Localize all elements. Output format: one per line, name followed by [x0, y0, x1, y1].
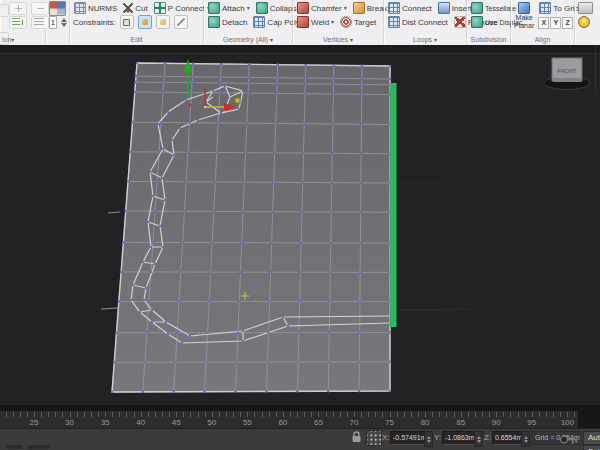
constraint-edge-button[interactable]: [138, 15, 152, 29]
frame-tick: [397, 412, 398, 417]
timeline-ruler[interactable]: 253035404550556065707580859095100: [0, 411, 578, 429]
absolute-mode-toggle[interactable]: [366, 430, 382, 446]
set-key-button[interactable]: Set Key: [583, 445, 600, 450]
frame-tick: [532, 412, 533, 417]
panel-label-vertices[interactable]: Vertices: [293, 36, 383, 43]
time-slider-area: 253035404550556065707580859095100: [0, 405, 600, 428]
target-weld-button[interactable]: Target: [339, 16, 377, 28]
spinner-arrows[interactable]: [61, 18, 67, 27]
selected-edge-highlight[interactable]: [390, 83, 397, 327]
cut-button[interactable]: Cut: [122, 3, 148, 13]
frame-tick: [475, 412, 476, 417]
z-spinner[interactable]: [521, 431, 530, 447]
attach-button[interactable]: Attach: [207, 2, 251, 14]
dropdown-caret: [331, 19, 334, 25]
frame-tick: [368, 412, 369, 417]
constraint-none-icon: [123, 19, 130, 26]
connect-button[interactable]: Connect: [387, 2, 433, 14]
to-grid-button[interactable]: To Grid: [538, 2, 580, 14]
y-spinner[interactable]: [474, 431, 483, 447]
panel-label-loops[interactable]: Loops: [384, 36, 466, 43]
panel-label-selection[interactable]: ion: [0, 36, 45, 43]
selection-lock-icon[interactable]: [351, 430, 362, 444]
p-connect-button[interactable]: P Connect: [153, 2, 211, 14]
attach-icon: [208, 2, 220, 14]
viewcube[interactable]: FRONT: [544, 58, 590, 90]
iterations-spinner[interactable]: 1: [49, 16, 57, 29]
nurms-icon: [74, 2, 86, 14]
y-coord-label: Y:: [434, 433, 441, 442]
panel-label-subdivision[interactable]: Subdivision: [467, 36, 510, 43]
frame-tick: [304, 412, 305, 417]
frame-tick: [567, 412, 568, 417]
viewport-front[interactable]: FRONT: [0, 45, 600, 405]
viewport-canvas[interactable]: FRONT: [0, 45, 600, 405]
frame-tick: [553, 412, 554, 417]
frame-tick: [375, 412, 376, 417]
p-connect-icon: [154, 2, 166, 14]
nurms-button[interactable]: NURMS: [73, 2, 118, 14]
frame-tick: [126, 412, 127, 417]
align-y-button[interactable]: Y: [550, 17, 561, 29]
weld-button[interactable]: Weld: [296, 16, 335, 28]
viewcube-bottom-face: [553, 78, 581, 82]
align-z-button[interactable]: Z: [562, 17, 573, 29]
frame-tick: [283, 412, 284, 417]
frame-tick: [318, 412, 319, 417]
add-selection-set-button[interactable]: [9, 16, 27, 29]
frame-tick: [212, 412, 213, 417]
frame-tick: [198, 412, 199, 417]
dist-connect-icon: [388, 16, 400, 28]
grow-selection-button[interactable]: [9, 2, 27, 15]
frame-tick: [55, 412, 56, 417]
lightbulb-icon[interactable]: [578, 16, 590, 28]
frame-tick: [446, 412, 447, 417]
clipped-prompt-text: [28, 445, 50, 449]
editable-poly-mesh[interactable]: [111, 62, 392, 394]
displacement-icon: [471, 16, 483, 28]
frame-tick: [98, 412, 99, 417]
clipped-prompt-text: [6, 445, 22, 449]
panel-label-align[interactable]: Align: [511, 36, 574, 43]
gizmo-origin-dot: [189, 104, 192, 107]
frame-tick: [432, 412, 433, 417]
constraint-none-button[interactable]: [120, 15, 134, 29]
y-coord-field[interactable]: -1.0863m: [442, 431, 477, 445]
graphite-ribbon: ion 1 NURMS Cut P Connect Constraints: E…: [0, 0, 600, 46]
x-coord-field[interactable]: -0.57491m: [390, 431, 427, 445]
frame-number-label: 25: [30, 418, 39, 427]
dropdown-caret: [344, 5, 347, 11]
auto-key-button[interactable]: Auto Key: [583, 431, 600, 445]
frame-tick: [27, 412, 28, 417]
align-x-button[interactable]: X: [538, 17, 549, 29]
frame-tick: [148, 412, 149, 417]
detach-button[interactable]: Detach: [207, 16, 248, 28]
constraint-face-icon: [160, 19, 166, 25]
frame-tick: [354, 412, 355, 417]
panel-label-geometry[interactable]: Geometry (All): [204, 36, 292, 43]
constraint-normal-button[interactable]: [174, 15, 188, 29]
frame-tick: [41, 412, 42, 417]
frame-tick: [34, 412, 35, 417]
panel-label-edit[interactable]: Edit: [70, 36, 203, 43]
frame-tick: [510, 412, 511, 417]
gizmo-plane-handle[interactable]: [235, 98, 240, 103]
frame-tick: [162, 412, 163, 417]
frame-tick: [482, 412, 483, 417]
z-coord-field[interactable]: 0.6554m: [492, 431, 524, 445]
frame-tick: [226, 412, 227, 417]
make-planar-button[interactable]: Make Planar: [514, 2, 534, 30]
frame-number-label: 60: [278, 418, 287, 427]
constraint-face-button[interactable]: [156, 15, 170, 29]
frame-tick: [326, 412, 327, 417]
clipped-tool-icon[interactable]: [578, 2, 593, 14]
dist-connect-button[interactable]: Dist Connect: [387, 16, 449, 28]
frame-tick: [297, 412, 298, 417]
x-spinner[interactable]: [424, 431, 433, 447]
chamfer-button[interactable]: Chamfer: [296, 2, 348, 14]
z-coord-label: Z:: [484, 433, 491, 442]
panel-properties-partial: [575, 0, 600, 44]
frame-tick: [247, 412, 248, 417]
palette-icon[interactable]: [49, 1, 66, 16]
panel-flyout-arrow: [350, 37, 353, 43]
